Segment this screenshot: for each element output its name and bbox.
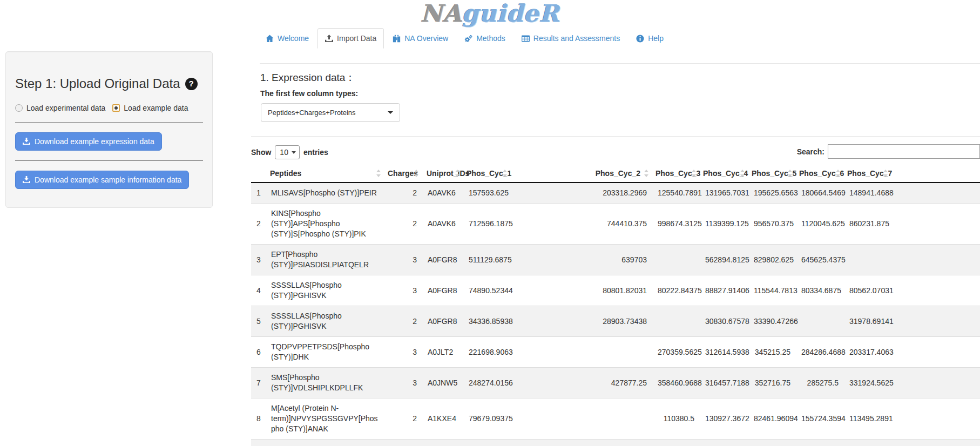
panel-title-text: Step 1: Upload Original Data <box>15 77 180 91</box>
peptide-cell: EPT[Phospho (STY)]PSIASDISLPIATQELR <box>266 245 384 275</box>
tab-na-overview[interactable]: NA Overview <box>385 28 456 49</box>
row-number-cell: 2 <box>251 204 266 245</box>
charge-cell: 2 <box>384 306 422 337</box>
column-header-phos_cyc_5[interactable]: Phos_Cyc_5 <box>748 165 796 183</box>
radio-load-experimental[interactable]: Load experimental data <box>15 104 105 112</box>
column-header-phos_cyc_4[interactable]: Phos_Cyc_4 <box>700 165 748 183</box>
uniprot-cell: A0JLT2 <box>422 337 463 368</box>
dropdown-caret-icon <box>388 111 393 114</box>
gears-icon <box>464 35 472 43</box>
section-title: 1. Expression data： <box>260 71 355 85</box>
table-row-partial <box>251 440 980 446</box>
table-row: 7SMS[Phospho (STY)]VDLSHIPLKDPLLFK3A0JNW… <box>251 368 980 398</box>
uniprot-cell: A0FGR8 <box>422 245 463 275</box>
sort-icon <box>740 170 745 177</box>
uniprot-cell: A0JNW5 <box>422 368 463 398</box>
intensity-cell: 221698.9063 <box>463 337 511 368</box>
column-header-charges[interactable]: Charges <box>384 165 422 183</box>
row-number-cell: 8 <box>251 398 266 440</box>
table-row: 1MLISAVS[Phospho (STY)]PEIR2A0AVK6157593… <box>251 183 980 204</box>
table-row: 3EPT[Phospho (STY)]PSIASDISLPIATQELR3A0F… <box>251 245 980 275</box>
column-header-phos_cyc_7[interactable]: Phos_Cyc_7 <box>844 165 891 183</box>
column-header-label: Phos_Cyc_2 <box>596 169 640 178</box>
intensity-cell: 195625.6563 <box>748 183 796 204</box>
tab-methods[interactable]: Methods <box>457 28 513 49</box>
intensity-cell: 30830.67578 <box>700 306 748 337</box>
intensity-cell: 82461.96094 <box>748 398 796 440</box>
search-input[interactable] <box>828 144 980 159</box>
column-header-peptides[interactable]: Peptides <box>266 165 384 183</box>
intensity-cell: 203317.4063 <box>844 337 891 368</box>
radio-load-example[interactable]: Load example data <box>112 104 188 112</box>
uniprot-cell: A0AVK6 <box>422 204 463 245</box>
intensity-cell: 860231.875 <box>844 204 891 245</box>
intensity-cell: 155724.3594 <box>796 398 844 440</box>
uniprot-cell: A0FGR8 <box>422 306 463 337</box>
download-sample-info-button[interactable]: Download example sample information data <box>15 171 189 189</box>
page-length-value: 10 <box>280 148 288 157</box>
intensity-cell: 80222.84375 <box>652 275 700 306</box>
row-number-cell: 7 <box>251 368 266 398</box>
peptide-cell: SMS[Phospho (STY)]VDLSHIPLKDPLLFK <box>266 368 384 398</box>
tab-import-data[interactable]: Import Data <box>317 28 384 49</box>
column-header-uniprot_ids[interactable]: Uniprot_IDs <box>422 165 463 183</box>
question-circle-icon[interactable]: ? <box>185 78 198 90</box>
intensity-cell: 562894.8125 <box>700 245 748 275</box>
sort-icon <box>414 170 419 177</box>
intensity-cell: 115544.7813 <box>748 275 796 306</box>
intensity-cell: 148941.4688 <box>844 183 891 204</box>
tab-label: Methods <box>476 33 505 43</box>
show-label: Show <box>251 148 271 157</box>
intensity-cell: 639703 <box>511 245 652 275</box>
peptide-cell: SSSSLLAS[Phospho (STY)]PGHISVK <box>266 306 384 337</box>
tab-label: Welcome <box>278 33 309 43</box>
intensity-cell: 270359.5625 <box>652 337 700 368</box>
uniprot-cell: A0AVK6 <box>422 183 463 204</box>
sort-icon <box>503 170 508 177</box>
intensity-cell: 284286.4688 <box>796 337 844 368</box>
button-label: Download example sample information data <box>35 175 181 185</box>
intensity-cell: 79679.09375 <box>463 398 511 440</box>
column-header-phos_cyc_3[interactable]: Phos_Cyc_3 <box>652 165 700 183</box>
column-types-select[interactable]: Peptides+Charges+Proteins <box>261 103 400 122</box>
intensity-cell: 312614.5938 <box>700 337 748 368</box>
intensity-cell: 180664.5469 <box>796 183 844 204</box>
uniprot-cell: A1KXE4 <box>422 398 463 440</box>
intensity-cell: 113495.2891 <box>844 398 891 440</box>
naguider-app: NAguideR Welcome Import Data NA Overview <box>0 0 980 446</box>
peptide-cell: SSSSLLAS[Phospho (STY)]PGHISVK <box>266 275 384 306</box>
charge-cell: 2 <box>384 183 422 204</box>
intensity-cell <box>511 398 652 440</box>
intensity-cell: 34336.85938 <box>463 306 511 337</box>
column-header-phos_cyc_1[interactable]: Phos_Cyc_1 <box>463 165 511 183</box>
peptide-cell: KINS[Phospho (STY)]APS[Phospho (STY)]S[P… <box>266 204 384 245</box>
logo-guider: guideR <box>462 0 559 27</box>
page-length-select[interactable]: 10 <box>275 145 300 159</box>
filler-cell <box>891 337 980 368</box>
tab-help[interactable]: Help <box>628 28 671 49</box>
intensity-cell: 285275.5 <box>796 368 844 398</box>
intensity-cell: 511129.6875 <box>463 245 511 275</box>
tab-results[interactable]: Results and Assessments <box>514 28 627 49</box>
column-header-phos_cyc_2[interactable]: Phos_Cyc_2 <box>511 165 652 183</box>
intensity-cell: 427877.25 <box>511 368 652 398</box>
tab-welcome[interactable]: Welcome <box>258 28 316 49</box>
intensity-cell: 131965.7031 <box>700 183 748 204</box>
radio-unchecked-icon <box>15 104 23 112</box>
app-logo: NAguideR <box>0 0 980 27</box>
intensity-cell: 1139399.125 <box>700 204 748 245</box>
intensity-cell: 1120045.625 <box>796 204 844 245</box>
sort-icon <box>836 170 841 177</box>
intensity-cell: 31978.69141 <box>844 306 891 337</box>
home-icon <box>266 35 274 43</box>
charge-cell: 2 <box>384 204 422 245</box>
download-expression-button[interactable]: Download example expression data <box>15 132 162 151</box>
sort-icon <box>455 170 460 177</box>
intensity-cell: 88827.91406 <box>700 275 748 306</box>
intensity-cell: 645625.4375 <box>796 245 844 275</box>
column-header-phos_cyc_6[interactable]: Phos_Cyc_6 <box>796 165 844 183</box>
divider <box>260 63 980 64</box>
row-number-cell: 1 <box>251 183 266 204</box>
logo-na: NA <box>421 0 462 27</box>
column-header-filler <box>891 165 980 183</box>
